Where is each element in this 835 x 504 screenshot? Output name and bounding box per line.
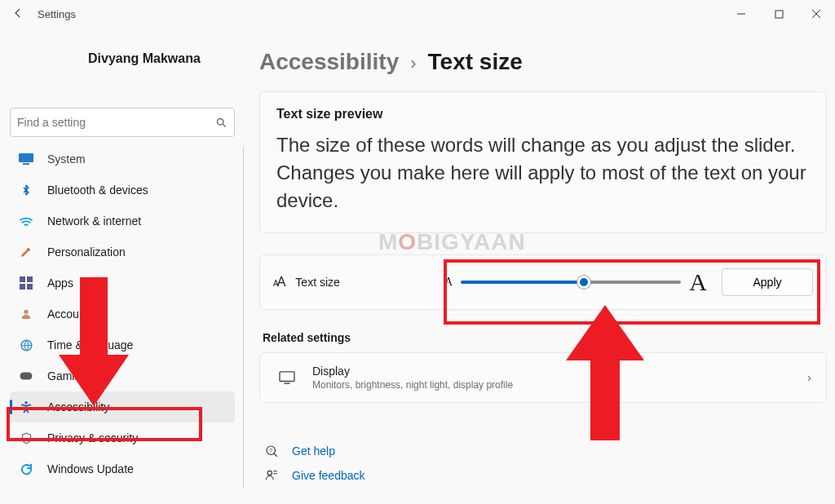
apps-icon bbox=[18, 275, 34, 291]
privacy-icon bbox=[18, 430, 34, 446]
sidebar-item-label: Gaming bbox=[47, 369, 87, 382]
text-size-label: Text size bbox=[295, 276, 339, 289]
text-size-slider[interactable] bbox=[461, 281, 681, 284]
windows-update-icon bbox=[18, 461, 34, 477]
time-language-icon bbox=[18, 337, 34, 353]
sidebar: Divyang Makwana System Bluetooth & devic… bbox=[0, 28, 245, 504]
svg-rect-12 bbox=[20, 373, 33, 380]
close-button[interactable] bbox=[797, 0, 835, 28]
svg-line-17 bbox=[274, 453, 277, 457]
display-subtitle: Monitors, brightness, night light, displ… bbox=[312, 379, 513, 391]
slider-max-label: A bbox=[689, 268, 707, 296]
apply-button[interactable]: Apply bbox=[722, 268, 813, 296]
svg-rect-6 bbox=[20, 276, 25, 282]
sidebar-item-bluetooth[interactable]: Bluetooth & devices bbox=[10, 175, 235, 206]
sidebar-item-windows-update[interactable]: Windows Update bbox=[10, 453, 235, 484]
search-input[interactable] bbox=[17, 116, 214, 129]
personalization-icon bbox=[18, 244, 34, 260]
display-icon bbox=[275, 370, 299, 385]
sidebar-item-privacy[interactable]: Privacy & security bbox=[10, 422, 235, 453]
svg-rect-4 bbox=[19, 153, 33, 162]
related-settings-heading: Related settings bbox=[263, 331, 827, 344]
svg-rect-5 bbox=[23, 163, 29, 165]
user-name: Divyang Makwana bbox=[88, 51, 201, 66]
svg-point-10 bbox=[24, 310, 28, 314]
sidebar-item-label: Accessibility bbox=[47, 400, 109, 413]
window-controls bbox=[722, 0, 835, 28]
help-icon: ? bbox=[263, 444, 281, 458]
close-icon bbox=[811, 9, 821, 19]
svg-text:?: ? bbox=[269, 448, 272, 453]
give-feedback-row[interactable]: Give feedback bbox=[259, 463, 827, 488]
back-arrow-icon bbox=[12, 7, 24, 19]
feedback-icon bbox=[263, 468, 281, 483]
sidebar-item-label: Network & internet bbox=[47, 214, 141, 228]
breadcrumb: Accessibility › Text size bbox=[259, 49, 827, 75]
sidebar-item-label: Personalization bbox=[47, 245, 126, 259]
window-title: Settings bbox=[38, 8, 76, 20]
sidebar-item-system[interactable]: System bbox=[10, 144, 235, 175]
sidebar-item-gaming[interactable]: Gaming bbox=[10, 360, 235, 391]
sidebar-item-label: Accounts bbox=[47, 307, 95, 321]
titlebar: Settings bbox=[0, 0, 835, 28]
sidebar-item-network[interactable]: Network & internet bbox=[10, 206, 235, 237]
get-help-row[interactable]: ? Get help bbox=[259, 439, 827, 463]
network-icon bbox=[18, 213, 34, 229]
accessibility-icon bbox=[18, 399, 34, 415]
text-size-slider-row: A A Apply bbox=[444, 268, 813, 296]
display-title: Display bbox=[312, 365, 513, 378]
svg-point-2 bbox=[217, 118, 223, 125]
maximize-button[interactable] bbox=[760, 0, 797, 28]
watermark: MOBIGYAAN bbox=[378, 229, 526, 255]
search-box[interactable] bbox=[10, 108, 235, 137]
text-size-slider-card: AA Text size A A Apply bbox=[259, 254, 827, 310]
sidebar-item-label: Privacy & security bbox=[47, 431, 138, 444]
get-help-link[interactable]: Get help bbox=[292, 444, 335, 458]
minimize-button[interactable] bbox=[722, 0, 760, 28]
back-button[interactable] bbox=[7, 7, 29, 21]
gaming-icon bbox=[18, 368, 34, 384]
search-icon bbox=[214, 116, 228, 129]
sidebar-item-label: Apps bbox=[47, 276, 73, 290]
slider-thumb[interactable] bbox=[577, 276, 590, 289]
svg-rect-9 bbox=[27, 284, 33, 290]
sidebar-item-personalization[interactable]: Personalization bbox=[10, 237, 235, 267]
sidebar-item-time-language[interactable]: Time & language bbox=[10, 329, 235, 360]
sidebar-item-accessibility[interactable]: Accessibility bbox=[10, 391, 235, 422]
sidebar-item-label: Windows Update bbox=[47, 462, 134, 475]
preview-heading: Text size preview bbox=[276, 107, 810, 122]
sidebar-item-label: System bbox=[47, 153, 86, 166]
slider-min-label: A bbox=[444, 276, 453, 289]
preview-body-text: The size of these words will change as y… bbox=[276, 131, 810, 214]
text-size-preview-card: Text size preview The size of these word… bbox=[259, 91, 827, 233]
svg-rect-14 bbox=[280, 372, 294, 382]
minimize-icon bbox=[736, 9, 746, 19]
maximize-icon bbox=[775, 10, 784, 19]
sidebar-item-apps[interactable]: Apps bbox=[10, 267, 235, 298]
nav-list: System Bluetooth & devices Network & int… bbox=[10, 148, 235, 484]
sidebar-item-label: Bluetooth & devices bbox=[47, 183, 148, 197]
system-icon bbox=[18, 151, 34, 167]
svg-rect-7 bbox=[27, 276, 33, 282]
svg-rect-1 bbox=[775, 11, 783, 18]
text-size-icon: AA bbox=[273, 275, 284, 290]
chevron-right-icon: › bbox=[410, 53, 416, 74]
svg-rect-8 bbox=[20, 284, 25, 290]
sidebar-item-accounts[interactable]: Accounts bbox=[10, 298, 235, 329]
accounts-icon bbox=[18, 306, 34, 322]
bluetooth-icon bbox=[18, 182, 34, 198]
sidebar-item-label: Time & language bbox=[47, 338, 133, 351]
give-feedback-link[interactable]: Give feedback bbox=[292, 469, 365, 482]
svg-point-13 bbox=[24, 401, 27, 404]
main-content: Accessibility › Text size Text size prev… bbox=[245, 28, 835, 504]
svg-point-19 bbox=[267, 471, 272, 475]
breadcrumb-current: Text size bbox=[428, 49, 523, 75]
display-settings-row[interactable]: Display Monitors, brightness, night ligh… bbox=[259, 352, 827, 403]
breadcrumb-parent[interactable]: Accessibility bbox=[259, 49, 399, 75]
chevron-right-icon: › bbox=[807, 371, 811, 384]
scroll-divider bbox=[243, 147, 244, 488]
svg-line-3 bbox=[223, 124, 225, 126]
